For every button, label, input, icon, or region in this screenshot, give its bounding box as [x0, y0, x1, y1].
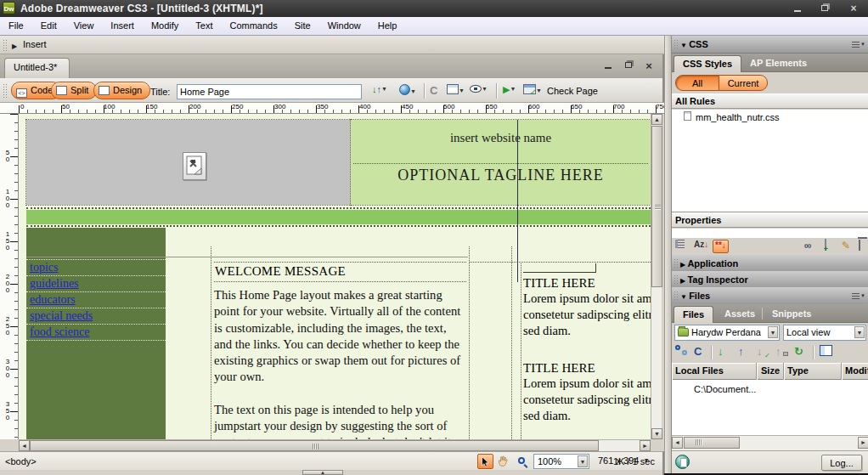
edit-style-icon[interactable]: ✎	[842, 240, 850, 253]
vertical-scroll-thumb[interactable]	[651, 126, 662, 287]
tab-snippets[interactable]: Snippets	[772, 308, 811, 319]
scroll-left-arrow[interactable]: ◄	[672, 437, 683, 449]
synchronize-icon[interactable]: ↻	[794, 345, 803, 360]
attach-stylesheet-icon[interactable]: ∞	[804, 240, 812, 253]
menu-insert[interactable]: Insert	[102, 17, 143, 31]
select-tool[interactable]	[477, 454, 493, 469]
files-panel-header[interactable]: Files	[672, 287, 868, 305]
column-type[interactable]: Type	[784, 363, 842, 380]
application-panel-header[interactable]: Application	[672, 255, 868, 273]
horizontal-scroll-thumb[interactable]	[30, 440, 599, 451]
broken-image-icon[interactable]	[183, 152, 206, 180]
refresh-design-view-icon[interactable]: C	[430, 84, 437, 99]
insert-bar[interactable]: Insert	[0, 36, 664, 54]
tag-inspector-panel-header[interactable]: Tag Inspector	[672, 271, 868, 289]
welcome-heading[interactable]: WELCOME MESSAGE	[214, 262, 466, 282]
restore-button[interactable]	[815, 3, 834, 14]
drag-grip-icon[interactable]	[674, 258, 678, 269]
doc-minimize-button[interactable]	[600, 59, 617, 72]
css-rule-item[interactable]: mm_health_nutr.css	[672, 111, 868, 125]
section-title[interactable]: TITLE HERE	[523, 361, 651, 376]
files-horizontal-scrollbar[interactable]: ◄ ►	[672, 435, 868, 450]
connect-remote-icon[interactable]	[675, 345, 689, 357]
view-mode-dropdown[interactable]: Local view ▼	[783, 325, 866, 341]
expander-triangle-icon[interactable]	[12, 40, 17, 50]
menu-window[interactable]: Window	[319, 17, 369, 31]
nav-link-food-science[interactable]: food science	[26, 325, 166, 341]
column-size[interactable]: Size	[757, 363, 784, 380]
chevron-down-icon[interactable]: ▼	[578, 455, 588, 467]
css-panel-header[interactable]: CSS	[672, 36, 868, 54]
document-tab[interactable]: Untitled-3*	[4, 58, 70, 78]
expand-panel-icon[interactable]	[820, 345, 832, 356]
validate-markup-icon[interactable]: ▶▼	[503, 84, 516, 99]
current-mode-button[interactable]: Current	[719, 75, 768, 91]
column-modified[interactable]: Modified	[842, 363, 868, 380]
page-title-input[interactable]	[177, 84, 362, 99]
scroll-up-arrow[interactable]: ▲	[651, 114, 662, 125]
section-text[interactable]: Lorem ipsum dolor sit am	[523, 376, 651, 392]
zoom-tool[interactable]	[513, 454, 529, 469]
category-view-icon[interactable]	[675, 240, 685, 253]
column-local-files[interactable]: Local Files	[672, 363, 757, 380]
design-view-canvas[interactable]: insert website name OPTIONAL TAGLINE HER…	[19, 114, 651, 439]
menu-view[interactable]: View	[65, 17, 103, 31]
scroll-left-arrow[interactable]: ◄	[19, 440, 30, 451]
sort-alpha-icon[interactable]: Az↓	[694, 240, 708, 253]
tab-css-styles[interactable]: CSS Styles	[674, 55, 741, 72]
minimize-button[interactable]	[788, 3, 807, 14]
section-text[interactable]: consetetur sadipscing elitr	[523, 307, 651, 323]
panel-splitter[interactable]	[664, 36, 671, 473]
view-options-icon[interactable]: ▼	[447, 84, 465, 99]
check-page-label[interactable]: Check Page	[547, 86, 598, 96]
site-dropdown[interactable]: Harydw Perdana ▼	[674, 325, 780, 341]
nav-link-educators[interactable]: educators	[26, 292, 166, 308]
welcome-paragraph-2[interactable]: The text on this page is intended to hel…	[214, 402, 466, 439]
menu-edit[interactable]: Edit	[32, 17, 65, 31]
refresh-icon[interactable]: C	[694, 345, 702, 360]
magnification-dropdown[interactable]: 100%▼	[533, 454, 589, 469]
chevron-down-icon[interactable]: ▼	[768, 326, 778, 338]
nav-link-guidelines[interactable]: guidelines	[26, 276, 166, 292]
get-files-icon[interactable]: ↓	[718, 345, 724, 360]
section-text[interactable]: Lorem ipsum dolor sit am	[523, 291, 651, 307]
section-title[interactable]: TITLE HERE	[523, 276, 651, 291]
new-css-rule-icon[interactable]	[825, 239, 826, 251]
check-in-icon[interactable]: ↑	[775, 345, 781, 360]
menu-modify[interactable]: Modify	[143, 17, 187, 31]
right-content-column[interactable]: TITLE HERE Lorem ipsum dolor sit am cons…	[521, 262, 651, 439]
log-button[interactable]: Log...	[821, 455, 862, 471]
drag-grip-icon[interactable]	[3, 39, 7, 51]
split-view-button[interactable]: Split	[51, 82, 97, 99]
tab-assets[interactable]: Assets	[724, 308, 755, 319]
site-name-text[interactable]: insert website name	[351, 131, 651, 145]
scroll-right-arrow[interactable]: ►	[640, 440, 651, 451]
main-content-column[interactable]: WELCOME MESSAGE This Home Page layout ma…	[211, 246, 470, 439]
doc-restore-button[interactable]	[620, 59, 637, 72]
close-button[interactable]: ×	[844, 3, 863, 14]
welcome-paragraph-1[interactable]: This Home Page layout makes a great star…	[214, 287, 466, 386]
tag-selector[interactable]: <body>	[5, 456, 37, 467]
menu-site[interactable]: Site	[286, 17, 319, 31]
drag-grip-icon[interactable]	[674, 274, 678, 286]
file-management-icon[interactable]: ↓↑▼	[372, 84, 387, 99]
doc-close-button[interactable]: ×	[640, 59, 657, 72]
file-tree-root[interactable]: C:\Document...	[672, 383, 868, 397]
put-files-icon[interactable]: ↑	[738, 345, 744, 360]
drag-grip-icon[interactable]	[674, 39, 678, 50]
tagline-text[interactable]: OPTIONAL TAGLINE HERE	[351, 167, 651, 184]
design-view-button[interactable]: Design	[93, 82, 150, 99]
delete-rule-icon[interactable]	[859, 240, 860, 251]
section-text[interactable]: consetetur sadipscing elitr	[523, 392, 651, 408]
site-header-area[interactable]: insert website name OPTIONAL TAGLINE HER…	[351, 120, 651, 205]
drag-grip-icon[interactable]	[674, 291, 678, 302]
hand-tool[interactable]	[495, 454, 511, 469]
section-text[interactable]: sed diam.	[523, 323, 651, 339]
banner-image-placeholder[interactable]	[26, 120, 351, 205]
menu-file[interactable]: File	[0, 17, 32, 31]
preview-in-browser-icon[interactable]: ▼	[399, 84, 416, 99]
visual-aids-icon[interactable]: ▼	[470, 84, 488, 99]
check-page-icon[interactable]: ▼	[523, 84, 542, 99]
drag-grip-icon[interactable]	[3, 83, 7, 99]
horizontal-scrollbar[interactable]: ◄ ►	[19, 439, 651, 451]
